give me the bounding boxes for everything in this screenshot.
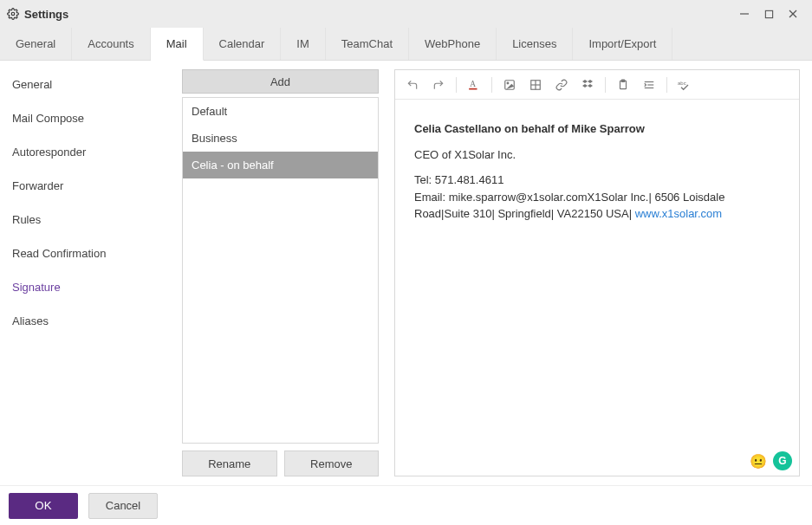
undo-icon[interactable] (400, 74, 425, 96)
editor-body[interactable]: Celia Castellano on behalf of Mike Sparr… (395, 100, 799, 476)
ok-button[interactable]: OK (9, 493, 78, 519)
tab-mail[interactable]: Mail (151, 28, 204, 61)
indent-icon[interactable] (637, 74, 661, 96)
image-icon[interactable] (497, 74, 522, 96)
dialog-footer: OK Cancel (0, 485, 812, 525)
sidebar-item-general[interactable]: General (0, 68, 182, 101)
tab-im[interactable]: IM (281, 28, 325, 60)
editor-panel: A abc Celia Castellano on behalf of Mike… (386, 61, 812, 485)
rename-button[interactable]: Rename (182, 450, 277, 476)
tab-licenses[interactable]: Licenses (497, 28, 573, 60)
dropbox-icon[interactable] (575, 74, 600, 96)
main-area: General Mail Compose Autoresponder Forwa… (0, 61, 812, 485)
tab-accounts[interactable]: Accounts (72, 28, 150, 60)
signature-website-link[interactable]: www.x1solar.com (635, 207, 722, 220)
grammarly-icon[interactable]: G (773, 451, 792, 470)
redo-icon[interactable] (426, 74, 451, 96)
tab-teamchat[interactable]: TeamChat (326, 28, 409, 60)
sidebar-item-mail-compose[interactable]: Mail Compose (0, 101, 182, 135)
emoji-icon[interactable]: 😐 (749, 451, 768, 470)
svg-point-8 (507, 82, 509, 84)
spellcheck-icon[interactable]: abc (672, 74, 697, 96)
signature-actions: Rename Remove (182, 450, 379, 476)
sidebar-item-autoresponder[interactable]: Autoresponder (0, 135, 182, 169)
signature-line-tel: Tel: 571.481.4611 (414, 172, 780, 189)
close-button[interactable] (781, 2, 805, 26)
signature-line-address: Email: mike.sparrow@x1solar.comX1Solar I… (414, 189, 780, 223)
signature-item-business[interactable]: Business (183, 125, 378, 152)
sidebar-item-forwarder[interactable]: Forwarder (0, 169, 182, 203)
tab-import-export[interactable]: Import/Export (573, 28, 672, 60)
remove-button[interactable]: Remove (284, 450, 380, 476)
editor-corner-badges: 😐 G (749, 451, 792, 470)
signature-item-default[interactable]: Default (183, 98, 378, 125)
editor: A abc Celia Castellano on behalf of Mike… (394, 69, 800, 476)
signature-list: Default Business Celia - on behalf (182, 97, 379, 444)
editor-toolbar: A abc (395, 70, 799, 100)
sidebar-item-rules[interactable]: Rules (0, 203, 182, 237)
tab-general[interactable]: General (0, 28, 72, 60)
svg-rect-2 (765, 10, 772, 17)
cancel-button[interactable]: Cancel (88, 493, 158, 519)
add-signature-button[interactable]: Add (182, 69, 379, 94)
sidebar: General Mail Compose Autoresponder Forwa… (0, 61, 182, 485)
window-title: Settings (24, 8, 68, 21)
signature-line-name: Celia Castellano on behalf of Mike Sparr… (414, 120, 780, 138)
maximize-button[interactable] (757, 2, 781, 26)
table-icon[interactable] (523, 74, 548, 96)
font-color-icon[interactable]: A (462, 74, 486, 96)
svg-text:A: A (470, 80, 476, 88)
svg-text:abc: abc (678, 81, 686, 86)
link-icon[interactable] (549, 74, 574, 96)
top-tabs: General Accounts Mail Calendar IM TeamCh… (0, 28, 812, 61)
signature-line-title: CEO of X1Solar Inc. (414, 146, 780, 164)
tab-calendar[interactable]: Calendar (204, 28, 282, 60)
svg-point-0 (11, 12, 15, 16)
minimize-button[interactable] (732, 2, 757, 26)
sidebar-item-signature[interactable]: Signature (0, 270, 182, 304)
titlebar: Settings (0, 0, 812, 28)
sidebar-item-read-confirmation[interactable]: Read Confirmation (0, 237, 182, 270)
svg-rect-13 (621, 80, 625, 81)
tab-webphone[interactable]: WebPhone (409, 28, 497, 60)
paste-icon[interactable] (611, 74, 635, 96)
signature-list-panel: Add Default Business Celia - on behalf R… (182, 61, 386, 485)
signature-item-celia[interactable]: Celia - on behalf (183, 152, 378, 178)
sidebar-item-aliases[interactable]: Aliases (0, 304, 182, 338)
gear-icon (7, 8, 19, 20)
